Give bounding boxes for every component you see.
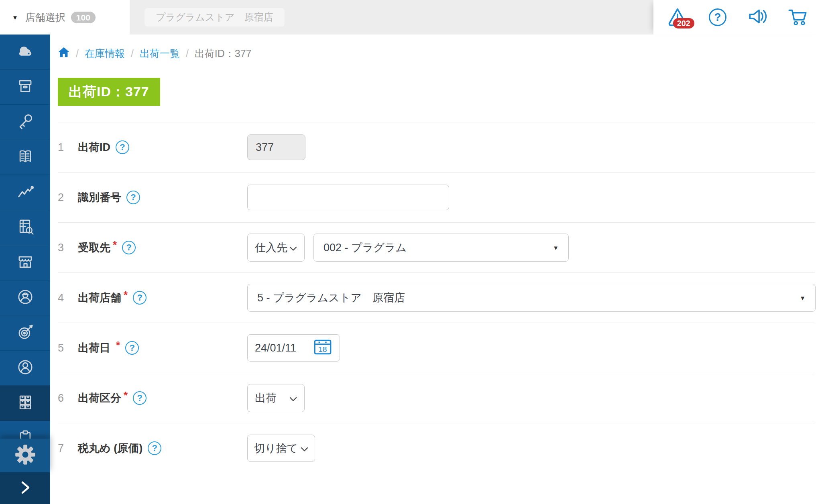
field-label-ship-store: 出荷店舗 xyxy=(78,291,121,305)
sidebar-expand-button[interactable] xyxy=(0,472,50,504)
ship-type-select[interactable]: 出荷 xyxy=(247,384,305,412)
store-selector-caret-icon: ▼ xyxy=(12,14,18,21)
sidebar-item-archive[interactable] xyxy=(0,70,50,105)
field-label-receiver: 受取先 xyxy=(78,240,110,255)
store-count-badge: 100 xyxy=(71,12,96,23)
breadcrumb-separator: / xyxy=(76,48,79,59)
archive-box-icon xyxy=(14,75,37,99)
receiver-value: 002 - プラグラム xyxy=(324,240,407,255)
row-number: 1 xyxy=(58,141,78,154)
manual-book-icon xyxy=(14,145,37,169)
cart-button[interactable] xyxy=(787,7,808,28)
breadcrumb-separator: / xyxy=(131,48,134,59)
settings-button[interactable] xyxy=(0,439,50,472)
required-asterisk: * xyxy=(116,339,120,352)
field-label-tax-rounding: 税丸め (原価) xyxy=(78,441,142,455)
ship-type-value: 出荷 xyxy=(255,391,277,405)
breadcrumb-link-inventory[interactable]: 在庫情報 xyxy=(85,47,125,60)
form-row-ship-type: 6 出荷区分 * ? 出荷 xyxy=(58,373,815,423)
customer-icon xyxy=(14,356,37,380)
megaphone-icon xyxy=(747,6,769,28)
sidebar-item-manual[interactable] xyxy=(0,140,50,175)
required-asterisk: * xyxy=(124,289,128,301)
help-icon[interactable]: ? xyxy=(122,241,136,254)
sidebar-item-store[interactable] xyxy=(0,245,50,280)
top-bar: ▼ 店舗選択 100 プラグラムストア 原宿店 202 ? xyxy=(0,0,822,35)
required-asterisk: * xyxy=(113,239,117,251)
identifier-input[interactable] xyxy=(247,185,449,210)
sidebar-item-cloud[interactable] xyxy=(0,35,50,70)
cart-icon xyxy=(787,6,809,28)
row-number: 7 xyxy=(58,442,78,455)
field-label-ship-type: 出荷区分 xyxy=(78,391,121,405)
required-asterisk: * xyxy=(124,389,128,402)
breadcrumb-separator: / xyxy=(186,48,189,59)
receiver-select[interactable]: 002 - プラグラム ▼ xyxy=(313,234,569,262)
sidebar-item-inventory-sheet[interactable] xyxy=(0,210,50,246)
chevron-down-icon xyxy=(289,242,297,254)
row-number: 6 xyxy=(58,392,78,404)
help-icon[interactable]: ? xyxy=(126,191,140,204)
ship-id-input xyxy=(247,134,305,160)
alerts-button[interactable]: 202 xyxy=(667,7,688,28)
store-icon xyxy=(14,250,37,274)
app-window: ▼ 店舗選択 100 プラグラムストア 原宿店 202 ? xyxy=(0,0,822,504)
home-icon[interactable] xyxy=(58,47,70,60)
receiver-type-select[interactable]: 仕入先 xyxy=(247,234,305,262)
cloud-storage-icon xyxy=(14,40,37,64)
sidebar-nav xyxy=(0,35,50,504)
help-icon[interactable]: ? xyxy=(125,341,139,355)
receiver-type-value: 仕入先 xyxy=(255,240,287,255)
help-button[interactable]: ? xyxy=(707,7,728,28)
top-bar-actions: 202 ? xyxy=(653,0,822,35)
breadcrumb-current: 出荷ID：377 xyxy=(195,47,252,60)
calendar-icon[interactable]: 18 xyxy=(313,337,332,359)
breadcrumb-link-shipments[interactable]: 出荷一覧 xyxy=(140,47,180,60)
inventory-sheet-icon xyxy=(14,215,37,240)
help-icon[interactable]: ? xyxy=(116,140,129,154)
store-selector-label: 店舗選択 xyxy=(25,11,65,24)
field-label-ship-date: 出荷日 xyxy=(78,341,110,355)
tax-rounding-select[interactable]: 切り捨て xyxy=(247,435,315,462)
row-number: 4 xyxy=(58,292,78,304)
form-row-tax-rounding: 7 税丸め (原価) ? 切り捨て xyxy=(58,423,815,473)
sales-trend-icon xyxy=(14,180,37,204)
sidebar-item-staff[interactable] xyxy=(0,280,50,316)
breadcrumb: / 在庫情報 / 出荷一覧 / 出荷ID：377 xyxy=(58,47,815,60)
row-number: 2 xyxy=(58,191,78,204)
calendar-day-number: 18 xyxy=(319,345,327,353)
help-icon[interactable]: ? xyxy=(133,391,146,405)
shipment-form: 1 出荷ID ? 2 識別番号 ? xyxy=(58,122,815,473)
store-selector[interactable]: ▼ 店舗選択 100 xyxy=(0,0,130,35)
field-label-ship-id: 出荷ID xyxy=(78,140,110,154)
chevron-down-icon xyxy=(289,392,297,404)
sidebar-item-customer[interactable] xyxy=(0,351,50,386)
sidebar-item-target[interactable] xyxy=(0,315,50,351)
sidebar-item-stock-drawers[interactable] xyxy=(0,386,50,421)
help-icon[interactable]: ? xyxy=(133,291,146,305)
form-row-ship-id: 1 出荷ID ? xyxy=(58,122,815,173)
help-icon[interactable]: ? xyxy=(148,441,161,455)
announcements-button[interactable] xyxy=(747,7,768,28)
ship-store-value: 5 - プラグラムストア 原宿店 xyxy=(257,291,405,305)
tax-rounding-value: 切り捨て xyxy=(254,441,298,455)
chevron-down-icon xyxy=(301,442,308,455)
ship-store-select[interactable]: 5 - プラグラムストア 原宿店 ▼ xyxy=(247,284,816,312)
key-icon xyxy=(14,110,37,134)
staff-icon xyxy=(14,286,37,310)
page-title-badge: 出荷ID：377 xyxy=(58,78,160,106)
form-row-ship-store: 4 出荷店舗 * ? 5 - プラグラムストア 原宿店 ▼ xyxy=(58,273,815,323)
main-content: / 在庫情報 / 出荷一覧 / 出荷ID：377 出荷ID：377 1 出荷ID… xyxy=(50,35,822,504)
stock-drawers-icon xyxy=(14,391,37,415)
row-number: 3 xyxy=(58,242,78,254)
ship-date-picker[interactable]: 24/01/11 18 xyxy=(247,334,340,362)
gear-icon xyxy=(14,443,37,467)
caret-down-icon: ▼ xyxy=(553,244,559,251)
target-icon xyxy=(14,321,37,345)
current-store-display: プラグラムストア 原宿店 xyxy=(144,8,285,26)
alert-count-badge: 202 xyxy=(673,18,694,28)
field-label-identifier: 識別番号 xyxy=(78,190,121,205)
sidebar-item-trend[interactable] xyxy=(0,175,50,210)
form-row-ship-date: 5 出荷日 * ? 24/01/11 xyxy=(58,323,815,373)
sidebar-item-key[interactable] xyxy=(0,105,50,140)
